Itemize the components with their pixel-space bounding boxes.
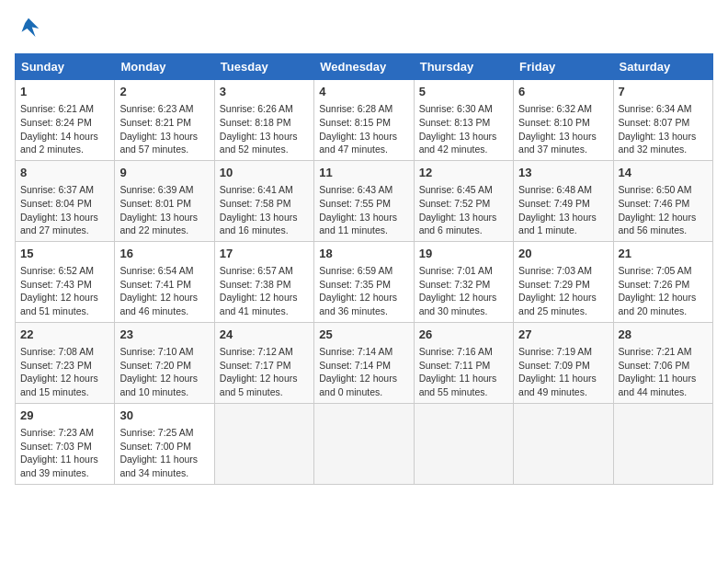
daylight-label: Daylight: 13 hours and 42 minutes.	[419, 131, 497, 155]
calendar-cell: 20 Sunrise: 7:03 AM Sunset: 7:29 PM Dayl…	[514, 241, 613, 322]
day-number: 1	[20, 84, 109, 100]
daylight-label: Daylight: 13 hours and 16 minutes.	[220, 212, 298, 236]
daylight-label: Daylight: 12 hours and 20 minutes.	[619, 292, 697, 316]
day-number: 25	[319, 327, 408, 343]
daylight-label: Daylight: 13 hours and 57 minutes.	[119, 131, 198, 155]
sunset-label: Sunset: 7:38 PM	[220, 279, 291, 290]
daylight-label: Daylight: 12 hours and 51 minutes.	[20, 292, 98, 316]
sunset-label: Sunset: 8:07 PM	[619, 117, 690, 128]
calendar-cell: 22 Sunrise: 7:08 AM Sunset: 7:23 PM Dayl…	[16, 322, 115, 403]
day-number: 21	[619, 246, 708, 262]
calendar-cell	[414, 403, 513, 484]
sunset-label: Sunset: 7:58 PM	[220, 198, 291, 209]
day-number: 22	[20, 327, 109, 343]
logo-icon	[15, 15, 42, 42]
daylight-label: Daylight: 11 hours and 39 minutes.	[20, 454, 98, 478]
calendar-cell: 18 Sunrise: 6:59 AM Sunset: 7:35 PM Dayl…	[314, 241, 414, 322]
sunrise-label: Sunrise: 6:23 AM	[119, 103, 193, 114]
sunset-label: Sunset: 7:32 PM	[419, 279, 491, 290]
sunrise-label: Sunrise: 6:52 AM	[20, 265, 94, 276]
day-number: 19	[419, 246, 508, 262]
day-number: 28	[619, 327, 708, 343]
calendar-cell: 29 Sunrise: 7:23 AM Sunset: 7:03 PM Dayl…	[16, 403, 115, 484]
day-header-tuesday: Tuesday	[214, 54, 313, 80]
sunrise-label: Sunrise: 6:39 AM	[119, 184, 193, 195]
day-number: 24	[220, 327, 309, 343]
day-number: 18	[319, 246, 408, 262]
sunset-label: Sunset: 7:17 PM	[220, 360, 291, 371]
week-row-3: 15 Sunrise: 6:52 AM Sunset: 7:43 PM Dayl…	[16, 241, 713, 322]
calendar-cell: 19 Sunrise: 7:01 AM Sunset: 7:32 PM Dayl…	[414, 241, 513, 322]
day-header-friday: Friday	[514, 54, 613, 80]
day-number: 3	[220, 84, 309, 100]
calendar-cell: 13 Sunrise: 6:48 AM Sunset: 7:49 PM Dayl…	[514, 160, 613, 241]
sunset-label: Sunset: 7:55 PM	[319, 198, 391, 209]
day-number: 7	[619, 84, 708, 100]
sunrise-label: Sunrise: 6:28 AM	[319, 103, 392, 114]
sunrise-label: Sunrise: 6:45 AM	[419, 184, 493, 195]
sunset-label: Sunset: 8:21 PM	[119, 117, 191, 128]
sunset-label: Sunset: 7:23 PM	[20, 360, 92, 371]
calendar-cell: 4 Sunrise: 6:28 AM Sunset: 8:15 PM Dayli…	[314, 80, 414, 161]
calendar-cell: 24 Sunrise: 7:12 AM Sunset: 7:17 PM Dayl…	[214, 322, 313, 403]
calendar-cell: 8 Sunrise: 6:37 AM Sunset: 8:04 PM Dayli…	[16, 160, 115, 241]
sunrise-label: Sunrise: 6:21 AM	[20, 103, 94, 114]
day-number: 12	[419, 165, 508, 181]
day-number: 6	[518, 84, 608, 100]
day-number: 29	[20, 408, 109, 424]
week-row-2: 8 Sunrise: 6:37 AM Sunset: 8:04 PM Dayli…	[16, 160, 713, 241]
week-row-1: 1 Sunrise: 6:21 AM Sunset: 8:24 PM Dayli…	[16, 80, 713, 161]
daylight-label: Daylight: 12 hours and 30 minutes.	[419, 292, 497, 316]
calendar-cell: 12 Sunrise: 6:45 AM Sunset: 7:52 PM Dayl…	[414, 160, 513, 241]
calendar-table: SundayMondayTuesdayWednesdayThursdayFrid…	[15, 53, 713, 485]
sunset-label: Sunset: 7:06 PM	[619, 360, 690, 371]
sunrise-label: Sunrise: 7:19 AM	[518, 346, 592, 357]
day-header-wednesday: Wednesday	[314, 54, 414, 80]
sunrise-label: Sunrise: 7:05 AM	[619, 265, 692, 276]
sunset-label: Sunset: 8:13 PM	[419, 117, 491, 128]
day-number: 26	[419, 327, 508, 343]
calendar-cell: 15 Sunrise: 6:52 AM Sunset: 7:43 PM Dayl…	[16, 241, 115, 322]
sunrise-label: Sunrise: 7:23 AM	[20, 427, 94, 438]
calendar-cell: 11 Sunrise: 6:43 AM Sunset: 7:55 PM Dayl…	[314, 160, 414, 241]
daylight-label: Daylight: 13 hours and 6 minutes.	[419, 212, 497, 236]
daylight-label: Daylight: 13 hours and 37 minutes.	[518, 131, 597, 155]
sunset-label: Sunset: 8:24 PM	[20, 117, 92, 128]
calendar-cell: 28 Sunrise: 7:21 AM Sunset: 7:06 PM Dayl…	[613, 322, 712, 403]
daylight-label: Daylight: 14 hours and 2 minutes.	[20, 131, 98, 155]
sunset-label: Sunset: 8:15 PM	[319, 117, 391, 128]
calendar-cell: 21 Sunrise: 7:05 AM Sunset: 7:26 PM Dayl…	[613, 241, 712, 322]
calendar-cell: 5 Sunrise: 6:30 AM Sunset: 8:13 PM Dayli…	[414, 80, 513, 161]
sunrise-label: Sunrise: 6:26 AM	[220, 103, 293, 114]
daylight-label: Daylight: 13 hours and 11 minutes.	[319, 212, 397, 236]
calendar-cell: 30 Sunrise: 7:25 AM Sunset: 7:00 PM Dayl…	[115, 403, 214, 484]
calendar-cell: 16 Sunrise: 6:54 AM Sunset: 7:41 PM Dayl…	[115, 241, 214, 322]
day-header-saturday: Saturday	[613, 54, 712, 80]
sunrise-label: Sunrise: 7:16 AM	[419, 346, 493, 357]
logo	[15, 15, 46, 42]
sunset-label: Sunset: 7:09 PM	[518, 360, 590, 371]
calendar-cell: 26 Sunrise: 7:16 AM Sunset: 7:11 PM Dayl…	[414, 322, 513, 403]
sunrise-label: Sunrise: 6:32 AM	[518, 103, 592, 114]
header-row: SundayMondayTuesdayWednesdayThursdayFrid…	[16, 54, 713, 80]
sunrise-label: Sunrise: 6:54 AM	[119, 265, 193, 276]
daylight-label: Daylight: 13 hours and 52 minutes.	[220, 131, 298, 155]
sunrise-label: Sunrise: 6:30 AM	[419, 103, 493, 114]
daylight-label: Daylight: 12 hours and 56 minutes.	[619, 212, 697, 236]
page-header	[15, 15, 713, 42]
sunset-label: Sunset: 7:20 PM	[119, 360, 191, 371]
sunset-label: Sunset: 7:35 PM	[319, 279, 391, 290]
calendar-cell	[314, 403, 414, 484]
sunrise-label: Sunrise: 7:03 AM	[518, 265, 592, 276]
daylight-label: Daylight: 12 hours and 36 minutes.	[319, 292, 397, 316]
sunset-label: Sunset: 7:26 PM	[619, 279, 690, 290]
day-number: 4	[319, 84, 408, 100]
day-header-monday: Monday	[115, 54, 214, 80]
daylight-label: Daylight: 11 hours and 49 minutes.	[518, 373, 597, 397]
daylight-label: Daylight: 13 hours and 22 minutes.	[119, 212, 198, 236]
sunrise-label: Sunrise: 6:57 AM	[220, 265, 293, 276]
day-number: 11	[319, 165, 408, 181]
day-number: 23	[119, 327, 209, 343]
calendar-cell: 14 Sunrise: 6:50 AM Sunset: 7:46 PM Dayl…	[613, 160, 712, 241]
sunrise-label: Sunrise: 6:59 AM	[319, 265, 392, 276]
